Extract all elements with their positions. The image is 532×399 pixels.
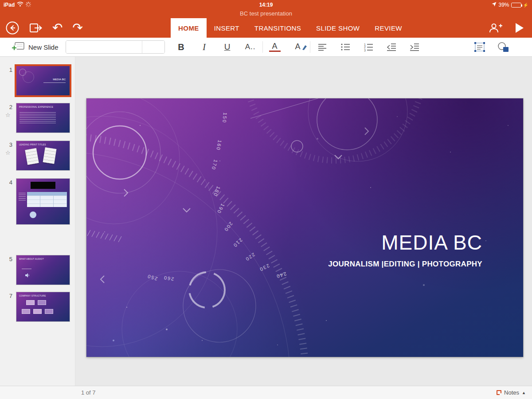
slide-number: 7 [3,293,12,299]
tab-insert[interactable]: INSERT [207,18,247,38]
transition-star-icon: ☆ [5,112,11,118]
toolbar-divider [262,41,263,53]
editor-canvas: 150160 170180 190200 210220 230240 25026… [75,57,532,386]
document-title: BC test presentation [0,10,532,17]
thumbnail-slide-7[interactable]: COMPANY STRUCTURE [16,292,70,322]
current-slide[interactable]: 150160 170180 190200 210220 230240 25026… [86,98,523,357]
page-indicator: 1 of 7 [81,389,96,396]
bullets-button[interactable] [340,42,351,52]
transition-star-icon: ☆ [5,149,11,156]
ribbon-tabs: HOME INSERT TRANSITIONS SLIDE SHOW REVIE… [171,18,410,38]
battery-icon [511,3,521,8]
thumbnail-slide-4[interactable] [16,178,70,225]
slide-number: 3 [3,141,12,148]
add-people-button[interactable] [489,23,503,33]
clock: 14:19 [0,2,532,8]
new-slide-icon [12,41,25,53]
shapes-button[interactable] [497,42,509,52]
tab-transitions[interactable]: TRANSITIONS [247,18,309,38]
toolbar-divider [310,41,310,53]
notes-label: Notes [504,389,519,396]
tab-slide-show[interactable]: SLIDE SHOW [309,18,367,38]
align-button[interactable] [317,42,328,52]
slide-number: 4 [3,179,12,186]
slide-title-textbox[interactable]: MEDIA BC [381,231,482,254]
font-size-input[interactable] [142,41,164,53]
font-name-input[interactable] [66,41,142,53]
app-header: iPad 14:19 39% [0,0,532,38]
new-slide-button[interactable]: New Slide [12,41,59,53]
slide-number: 5 [3,256,12,262]
thumbnail-slide-1[interactable]: MEDIA BC [16,66,70,96]
text-box-button[interactable] [474,42,485,52]
indent-button[interactable] [409,42,420,52]
undo-button[interactable]: ↶ [52,22,63,34]
tab-home[interactable]: HOME [171,18,207,38]
status-bar: iPad 14:19 39% [0,0,532,10]
outdent-button[interactable] [386,42,397,52]
bold-button[interactable]: B [176,42,187,52]
present-play-button[interactable] [515,23,524,33]
slide-number: 1 [3,66,12,73]
thumbnail-slide-5[interactable]: WHAT ABOUT AUDIO? [16,255,70,285]
redo-button[interactable]: ↷ [72,22,82,34]
slide-subtitle-textbox[interactable]: JOURNALISM |EDITING | PHOTOGRAPHY [328,260,482,269]
more-formatting-button[interactable]: A.. [245,43,256,51]
highlight-button[interactable]: A [292,42,304,51]
compass-dial-decoration [86,98,523,357]
thumbnail-slide-3[interactable]: LEADING PRINT TITLES [16,141,70,171]
tab-review[interactable]: REVIEW [367,18,410,38]
new-slide-label: New Slide [28,43,59,51]
notes-expand-arrow-icon: ▲ [522,391,526,395]
italic-button[interactable]: I [199,42,210,53]
font-color-button[interactable]: A [269,42,281,52]
slide-number: 2 [3,104,12,110]
underline-button[interactable]: U [222,42,233,52]
ribbon-nav: ↶ ↷ HOME INSERT TRANSITIONS SLIDE SHOW R… [0,18,532,38]
back-button[interactable] [5,21,20,35]
formatting-toolbar: New Slide B I U A.. A A [0,38,532,57]
share-file-button[interactable] [29,22,43,34]
notes-icon [497,390,501,395]
thumbnail-slide-2[interactable]: PROFESSIONAL EXPERIENCE [16,103,70,133]
highlight-pen-icon [301,43,307,52]
font-controls [66,40,165,54]
status-footer: 1 of 7 Notes ▲ [0,386,532,399]
numbering-button[interactable]: 1 2 3 [363,42,374,52]
audio-speaker-icon [25,271,30,279]
notes-toggle-button[interactable]: Notes ▲ [497,389,526,396]
svg-text:3: 3 [364,49,366,52]
slide-thumbnail-panel: 1 MEDIA BC 2 ☆ PROFESSIONAL EXPERIENCE 3… [0,57,75,386]
